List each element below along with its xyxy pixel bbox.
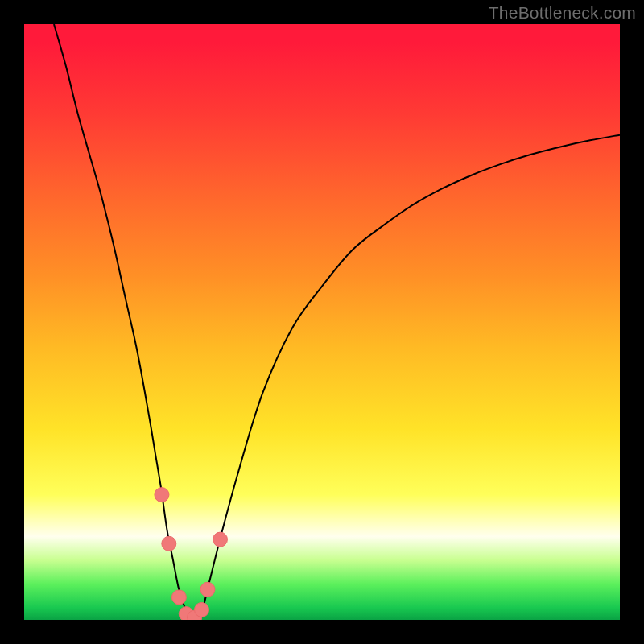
chart-frame: TheBottleneck.com <box>0 0 644 644</box>
curve-marker <box>200 582 215 597</box>
curve-marker <box>195 602 209 617</box>
curve-marker <box>171 590 186 605</box>
curve-marker <box>213 532 227 547</box>
curve-marker <box>162 536 176 551</box>
curve-marker <box>155 488 169 502</box>
chart-plot-area <box>24 24 620 620</box>
chart-svg <box>24 24 620 620</box>
curve-line <box>54 24 620 620</box>
watermark-text: TheBottleneck.com <box>489 3 636 23</box>
